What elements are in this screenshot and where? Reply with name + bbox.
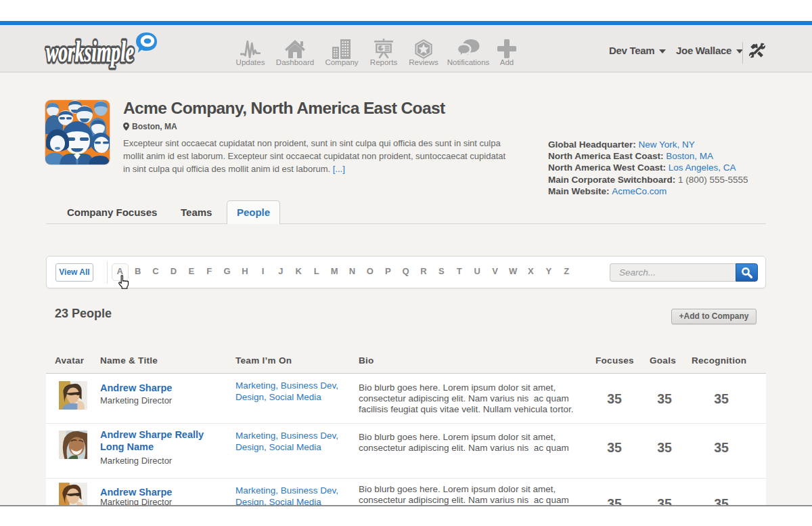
svg-text:worksimple: worksimple (46, 35, 134, 68)
